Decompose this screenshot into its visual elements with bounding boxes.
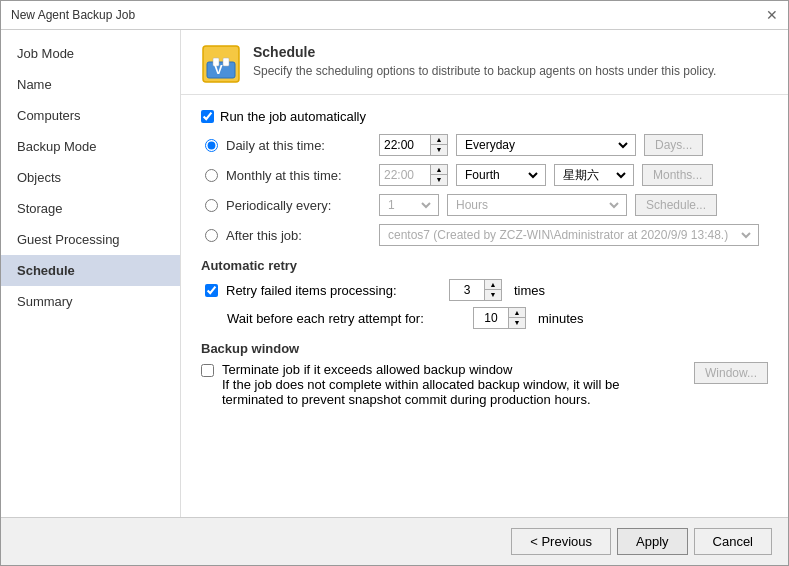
monthly-label: Monthly at this time: bbox=[226, 168, 371, 183]
wait-spinner[interactable]: ▲ ▼ bbox=[473, 307, 526, 329]
header-text: Schedule Specify the scheduling options … bbox=[253, 44, 716, 78]
svg-rect-3 bbox=[223, 58, 229, 66]
sidebar-item-summary[interactable]: Summary bbox=[1, 286, 180, 317]
section-title: Schedule bbox=[253, 44, 716, 60]
automatic-retry-label: Automatic retry bbox=[201, 258, 768, 273]
after-job-radio[interactable] bbox=[205, 229, 218, 242]
terminate-text-block: Terminate job if it exceeds allowed back… bbox=[222, 362, 678, 407]
run-automatically-checkbox[interactable] bbox=[201, 110, 214, 123]
monthly-time-spinner[interactable]: ▲ ▼ bbox=[379, 164, 448, 186]
daily-time-input[interactable] bbox=[379, 134, 431, 156]
retry-checkbox[interactable] bbox=[205, 284, 218, 297]
after-job-row: After this job: centos7 (Created by ZCZ-… bbox=[205, 224, 768, 246]
retry-times-input[interactable] bbox=[449, 279, 485, 301]
daily-row: Daily at this time: ▲ ▼ Everyday bbox=[205, 134, 768, 156]
window-button[interactable]: Window... bbox=[694, 362, 768, 384]
section-description: Specify the scheduling options to distri… bbox=[253, 64, 716, 78]
daily-time-spinner[interactable]: ▲ ▼ bbox=[379, 134, 448, 156]
apply-button[interactable]: Apply bbox=[617, 528, 688, 555]
terminate-checkbox[interactable] bbox=[201, 364, 214, 377]
periodically-radio[interactable] bbox=[205, 199, 218, 212]
weekday-dropdown-wrapper[interactable]: 星期六 bbox=[554, 164, 634, 186]
retry-times-unit: times bbox=[514, 283, 545, 298]
header-section: V Schedule Specify the scheduling option… bbox=[181, 30, 788, 95]
sidebar-item-name[interactable]: Name bbox=[1, 69, 180, 100]
sidebar-item-guest-processing[interactable]: Guest Processing bbox=[1, 224, 180, 255]
retry-times-up[interactable]: ▲ bbox=[485, 280, 501, 290]
monthly-row: Monthly at this time: ▲ ▼ Fourth bbox=[205, 164, 768, 186]
sidebar: Job Mode Name Computers Backup Mode Obje… bbox=[1, 30, 181, 517]
wait-unit: minutes bbox=[538, 311, 584, 326]
titlebar: New Agent Backup Job ✕ bbox=[1, 1, 788, 30]
terminate-label: Terminate job if it exceeds allowed back… bbox=[222, 362, 513, 377]
run-automatically-row: Run the job automatically bbox=[201, 109, 768, 124]
periodically-row: Periodically every: 1 Hours Schedule... bbox=[205, 194, 768, 216]
fourth-dropdown-wrapper[interactable]: Fourth bbox=[456, 164, 546, 186]
terminate-row: Terminate job if it exceeds allowed back… bbox=[201, 362, 768, 407]
retry-label: Retry failed items processing: bbox=[226, 283, 441, 298]
periodically-label: Periodically every: bbox=[226, 198, 371, 213]
retry-times-spinner[interactable]: ▲ ▼ bbox=[449, 279, 502, 301]
days-button[interactable]: Days... bbox=[644, 134, 703, 156]
weekday-select[interactable]: 星期六 bbox=[559, 167, 629, 183]
after-job-dropdown-wrapper[interactable]: centos7 (Created by ZCZ-WIN\Administrato… bbox=[379, 224, 759, 246]
monthly-time-input[interactable] bbox=[379, 164, 431, 186]
main-content: Job Mode Name Computers Backup Mode Obje… bbox=[1, 30, 788, 517]
content-area: V Schedule Specify the scheduling option… bbox=[181, 30, 788, 517]
schedule-icon: V bbox=[201, 44, 241, 84]
everyday-dropdown-wrapper[interactable]: Everyday bbox=[456, 134, 636, 156]
sidebar-item-storage[interactable]: Storage bbox=[1, 193, 180, 224]
monthly-time-spinbuttons: ▲ ▼ bbox=[431, 164, 448, 186]
retry-times-spinbuttons: ▲ ▼ bbox=[485, 279, 502, 301]
cancel-button[interactable]: Cancel bbox=[694, 528, 772, 555]
backup-window-section: Terminate job if it exceeds allowed back… bbox=[201, 362, 768, 407]
close-button[interactable]: ✕ bbox=[766, 7, 778, 23]
retry-checkbox-row: Retry failed items processing: ▲ ▼ times bbox=[205, 279, 768, 301]
everyday-select[interactable]: Everyday bbox=[461, 137, 631, 153]
terminate-note: If the job does not complete within allo… bbox=[222, 377, 678, 407]
sidebar-item-backup-mode[interactable]: Backup Mode bbox=[1, 131, 180, 162]
monthly-time-down[interactable]: ▼ bbox=[431, 175, 447, 185]
schedule-radio-group: Daily at this time: ▲ ▼ Everyday bbox=[205, 134, 768, 246]
daily-label: Daily at this time: bbox=[226, 138, 371, 153]
previous-button[interactable]: < Previous bbox=[511, 528, 611, 555]
fourth-select[interactable]: Fourth bbox=[461, 167, 541, 183]
sidebar-item-job-mode[interactable]: Job Mode bbox=[1, 38, 180, 69]
monthly-time-up[interactable]: ▲ bbox=[431, 165, 447, 175]
months-button[interactable]: Months... bbox=[642, 164, 713, 186]
main-window: New Agent Backup Job ✕ Job Mode Name Com… bbox=[0, 0, 789, 566]
retry-times-down[interactable]: ▼ bbox=[485, 290, 501, 300]
sidebar-item-schedule[interactable]: Schedule bbox=[1, 255, 180, 286]
schedule-button[interactable]: Schedule... bbox=[635, 194, 717, 216]
svg-text:V: V bbox=[214, 62, 223, 77]
wait-label: Wait before each retry attempt for: bbox=[227, 311, 465, 326]
wait-input[interactable] bbox=[473, 307, 509, 329]
hours-dropdown-wrapper[interactable]: Hours bbox=[447, 194, 627, 216]
wait-up[interactable]: ▲ bbox=[509, 308, 525, 318]
sidebar-item-computers[interactable]: Computers bbox=[1, 100, 180, 131]
backup-window-label: Backup window bbox=[201, 341, 768, 356]
after-job-select[interactable]: centos7 (Created by ZCZ-WIN\Administrato… bbox=[384, 227, 754, 243]
daily-time-spinbuttons: ▲ ▼ bbox=[431, 134, 448, 156]
wait-down[interactable]: ▼ bbox=[509, 318, 525, 328]
daily-time-up[interactable]: ▲ bbox=[431, 135, 447, 145]
window-title: New Agent Backup Job bbox=[11, 8, 135, 22]
run-automatically-label: Run the job automatically bbox=[220, 109, 366, 124]
period-value-select[interactable]: 1 bbox=[384, 197, 434, 213]
daily-radio[interactable] bbox=[205, 139, 218, 152]
daily-time-down[interactable]: ▼ bbox=[431, 145, 447, 155]
hours-select[interactable]: Hours bbox=[452, 197, 622, 213]
wait-spinbuttons: ▲ ▼ bbox=[509, 307, 526, 329]
footer: < Previous Apply Cancel bbox=[1, 517, 788, 565]
sidebar-item-objects[interactable]: Objects bbox=[1, 162, 180, 193]
after-job-label: After this job: bbox=[226, 228, 371, 243]
wait-row: Wait before each retry attempt for: ▲ ▼ … bbox=[205, 307, 768, 329]
monthly-radio[interactable] bbox=[205, 169, 218, 182]
period-value-dropdown-wrapper[interactable]: 1 bbox=[379, 194, 439, 216]
form-section: Run the job automatically Daily at this … bbox=[181, 95, 788, 517]
